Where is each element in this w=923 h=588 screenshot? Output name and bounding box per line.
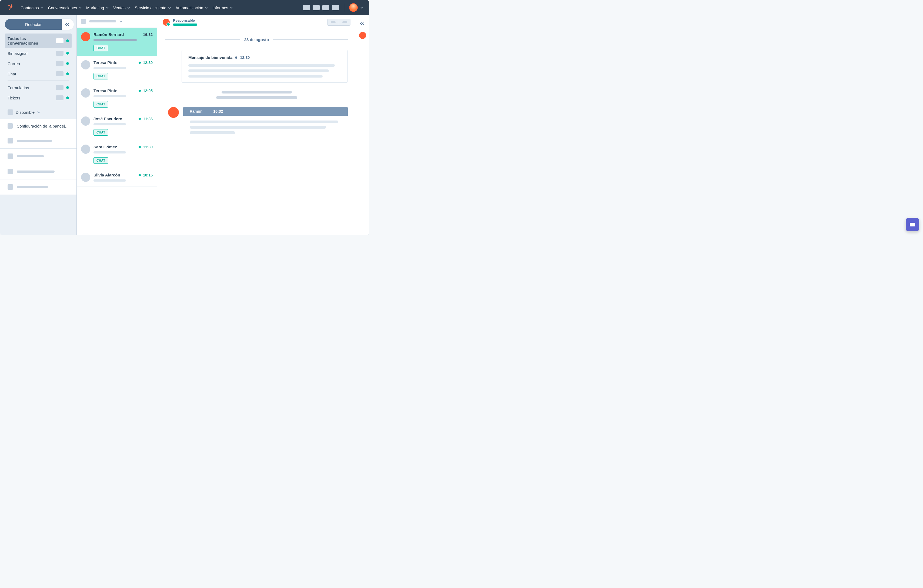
filter-label[interactable] [89, 20, 116, 23]
contact-indicator[interactable] [359, 32, 366, 39]
nav-conversaciones[interactable]: Conversaciones [48, 5, 81, 10]
conversation-item[interactable]: Silvia Alarcón10:15 [77, 168, 157, 186]
owner-label: Responsable [173, 18, 197, 23]
sender-avatar[interactable] [168, 107, 179, 118]
folder-all-conversations[interactable]: Todas las conversaciones [5, 33, 72, 48]
inbox-settings-link[interactable]: Configuración de la bandeja... [0, 118, 76, 133]
folder-tickets[interactable]: Tickets [5, 93, 72, 103]
conversation-item[interactable]: Ramón Bernard16:32CHAT [77, 28, 157, 56]
list-item[interactable] [0, 164, 76, 179]
folder-count [56, 71, 64, 76]
folder-forms[interactable]: Formularios [5, 82, 72, 93]
welcome-message-card: Mensaje de bienvenida 12:30 [182, 50, 348, 83]
chat-widget-launcher[interactable] [906, 218, 919, 231]
folder-count [56, 85, 64, 90]
welcome-title: Mensaje de bienvenida [188, 55, 232, 60]
conversation-item[interactable]: Teresa Pinto12:05CHAT [77, 84, 157, 112]
placeholder-line [188, 69, 329, 72]
nav-ventas[interactable]: Ventas [113, 5, 130, 10]
welcome-body [188, 64, 341, 77]
hubspot-logo-icon[interactable] [7, 4, 14, 11]
thread-header: Responsable [157, 15, 356, 29]
inbox-settings-label: Configuración de la bandeja... [16, 124, 69, 128]
message-row: Ramón 16:32 [168, 107, 348, 139]
placeholder-line [222, 91, 292, 94]
contact-avatar [81, 32, 90, 41]
body: Redactar Todas las conversaciones Sin as… [0, 15, 369, 235]
nav-servicio[interactable]: Servicio al cliente [135, 5, 170, 10]
preview-placeholder [94, 179, 126, 182]
conversation-time: 16:32 [143, 33, 153, 37]
chevron-down-icon[interactable] [360, 6, 363, 9]
folder-label: Sin asignar [8, 51, 53, 56]
separator [344, 3, 344, 11]
nav-marketing[interactable]: Marketing [86, 5, 108, 10]
placeholder-line [188, 64, 335, 67]
topnav-right [303, 3, 363, 12]
chevron-down-icon [230, 6, 233, 9]
status-label: Disponible [16, 110, 34, 115]
conversation-item[interactable]: José Escudero11:36CHAT [77, 112, 157, 140]
svg-point-5 [11, 4, 12, 5]
preview-placeholder [94, 95, 126, 97]
conversation-list: Ramón Bernard16:32CHATTeresa Pinto12:30C… [77, 15, 157, 235]
contact-avatar [81, 60, 90, 69]
conversation-time: 10:15 [143, 173, 153, 177]
nav-action-3[interactable] [322, 5, 329, 10]
folder-list: Todas las conversaciones Sin asignar Cor… [0, 32, 76, 106]
thread-pane: Responsable 28 de agosto Mensaje de bien… [157, 15, 356, 235]
availability-toggle[interactable]: Disponible [0, 106, 76, 118]
chevron-down-icon [40, 6, 43, 9]
message-header: Ramón 16:32 [183, 107, 348, 116]
thread-action-2[interactable] [339, 19, 350, 25]
list-item[interactable] [0, 179, 76, 195]
contact-name: Teresa Pinto [94, 89, 136, 93]
filter-icon[interactable] [81, 19, 86, 24]
folder-unassigned[interactable]: Sin asignar [5, 48, 72, 58]
folder-count [56, 51, 64, 56]
compose-button[interactable]: Redactar [5, 19, 62, 30]
status-dot-icon [66, 97, 69, 99]
sidebar-extra-list [0, 133, 76, 195]
chevron-down-icon[interactable] [120, 20, 122, 23]
nav-informes[interactable]: Informes [212, 5, 232, 10]
folder-email[interactable]: Correo [5, 58, 72, 69]
contact-avatar[interactable] [163, 19, 170, 26]
placeholder-text [17, 155, 44, 157]
placeholder-text [17, 171, 54, 172]
chevron-down-icon [168, 6, 171, 9]
unread-dot-icon [139, 146, 141, 148]
conversation-item[interactable]: Teresa Pinto12:30CHAT [77, 56, 157, 84]
right-rail-collapse-button[interactable] [358, 19, 367, 28]
folder-label: Correo [8, 61, 53, 66]
placeholder-text [17, 140, 52, 142]
message-body [183, 116, 348, 139]
thread-body: 28 de agosto Mensaje de bienvenida 12:30 [157, 29, 356, 235]
contact-name: Silvia Alarcón [94, 172, 136, 177]
preview-placeholder [94, 123, 126, 125]
status-dot-icon [66, 39, 69, 42]
chevron-down-icon [106, 6, 108, 9]
conversation-time: 11:30 [143, 145, 153, 149]
nav-action-4[interactable] [332, 5, 339, 10]
chevron-down-icon [79, 6, 82, 9]
list-item[interactable] [0, 148, 76, 164]
unread-dot-icon [139, 62, 141, 64]
list-item[interactable] [0, 133, 76, 148]
nav-contactos[interactable]: Contactos [21, 5, 43, 10]
settings-icon [8, 123, 13, 129]
preview-placeholder [94, 39, 137, 41]
sidebar-collapse-button[interactable] [62, 19, 74, 30]
conversation-item[interactable]: Sara Gómez11:30CHAT [77, 140, 157, 168]
svg-point-4 [8, 5, 10, 6]
nav-action-2[interactable] [313, 5, 320, 10]
contact-name: Ramón Bernard [94, 32, 141, 37]
nav-action-1[interactable] [303, 5, 310, 10]
nav-automatizacion[interactable]: Automatización [176, 5, 207, 10]
user-avatar[interactable] [349, 3, 358, 12]
chevron-down-icon [205, 6, 208, 9]
thread-action-1[interactable] [327, 19, 339, 25]
placeholder-text [17, 186, 48, 188]
folder-count [56, 38, 64, 43]
folder-chat[interactable]: Chat [5, 69, 72, 79]
